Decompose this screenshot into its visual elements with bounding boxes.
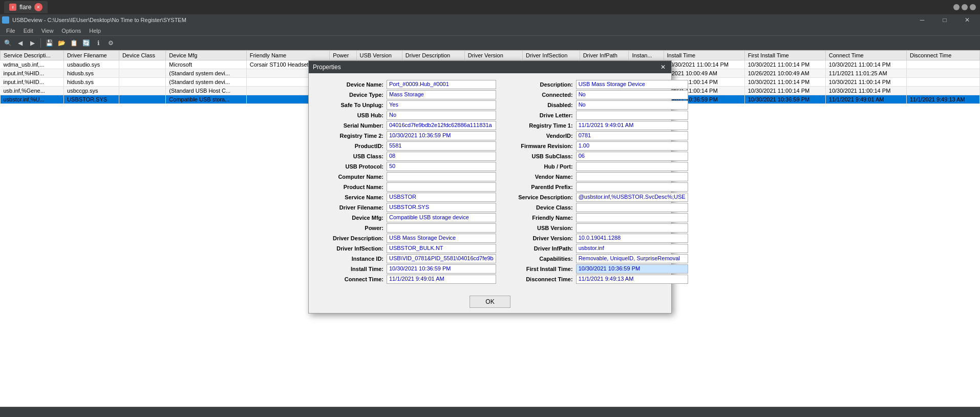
menu-file[interactable]: File	[2, 27, 19, 35]
value-serial-number[interactable]: 04016cd7fe9bdb2e12fdc62886a111831a	[387, 121, 496, 130]
label-usb-subclass: USB SubClass:	[506, 153, 573, 159]
title-bar-left: f flare ✕	[4, 1, 949, 13]
value-first-install-time[interactable]: 10/30/2021 10:36:59 PM	[576, 264, 688, 274]
label-hub-port: Hub / Port:	[506, 163, 573, 170]
value-driver-desc[interactable]: USB Mass Storage Device	[387, 234, 496, 243]
label-computer-name: Computer Name:	[317, 174, 384, 180]
label-usb-version: USB Version:	[506, 225, 573, 231]
prop-device-name: Device Name: Port_#0009.Hub_#0001	[317, 79, 496, 90]
value-capabilities[interactable]: Removable, UniqueID, SurpriseRemoval	[576, 254, 688, 263]
value-driver-infpath[interactable]: usbstor.inf	[576, 244, 688, 253]
value-usb-hub[interactable]: No	[387, 111, 496, 120]
props-right-col: Description: USB Mass Storage Device Con…	[506, 79, 688, 284]
value-registry-time2[interactable]: 10/30/2021 10:36:59 PM	[387, 131, 496, 140]
value-usb-subclass[interactable]: 06	[576, 152, 688, 161]
tab-close-button[interactable]: ✕	[34, 3, 42, 11]
value-usb-protocol[interactable]: 50	[387, 162, 496, 171]
window-title-bar: USBDeview - C:\Users\IEUser\Desktop\No T…	[0, 14, 980, 26]
menu-view[interactable]: View	[37, 27, 58, 35]
value-driver-version[interactable]: 10.0.19041.1288	[576, 234, 688, 243]
value-hub-port[interactable]	[576, 162, 688, 171]
value-driver-infsection[interactable]: USBSTOR_BULK.NT	[387, 244, 496, 253]
main-window: USBDeview - C:\Users\IEUser\Desktop\No T…	[0, 14, 980, 417]
toolbar-extra-btn[interactable]: ⚙	[105, 37, 116, 49]
label-safe-unplug: Safe To Unplug:	[317, 102, 384, 108]
label-device-type: Device Type:	[317, 92, 384, 98]
value-connect-time[interactable]: 11/1/2021 9:49:01 AM	[387, 275, 496, 284]
label-driver-desc: Driver Description:	[317, 235, 384, 241]
minimize-button[interactable]	[953, 4, 960, 10]
prop-friendly-name: Friendly Name:	[506, 213, 688, 223]
label-disabled: Disabled:	[506, 102, 573, 108]
win-maximize-btn[interactable]: □	[934, 14, 955, 26]
value-firmware-revision[interactable]: 1.00	[576, 141, 688, 151]
value-instance-id[interactable]: USB\VID_0781&PID_5581\04016cd7fe9b	[387, 254, 496, 263]
value-device-type[interactable]: Mass Storage	[387, 90, 496, 99]
value-usb-version[interactable]	[576, 223, 688, 233]
value-device-mfg[interactable]: Compatible USB storage device	[387, 213, 496, 222]
label-connect-time: Connect Time:	[317, 276, 384, 282]
value-disabled[interactable]: No	[576, 100, 688, 110]
value-install-time[interactable]: 10/30/2021 10:36:59 PM	[387, 264, 496, 274]
label-vendor-name: Vendor Name:	[506, 174, 573, 180]
value-device-class[interactable]	[576, 203, 688, 212]
value-vendor-name[interactable]	[576, 172, 688, 181]
dialog-title: Properties	[313, 64, 659, 71]
win-controls: ─ □ ✕	[911, 14, 978, 26]
prop-device-type: Device Type: Mass Storage	[317, 90, 496, 100]
value-driver-filename[interactable]: USBSTOR.SYS	[387, 203, 496, 212]
ok-button[interactable]: OK	[470, 296, 510, 308]
value-drive-letter[interactable]	[576, 111, 688, 120]
maximize-button[interactable]	[962, 4, 968, 10]
main-content: Service Descripti... Driver Filename Dev…	[0, 50, 980, 407]
prop-usb-protocol: USB Protocol: 50	[317, 161, 496, 172]
prop-registry-time1: Registry Time 1: 11/1/2021 9:49:01 AM	[506, 120, 688, 131]
toolbar-open-btn[interactable]: 📂	[56, 37, 67, 49]
toolbar-props-btn[interactable]: ℹ	[93, 37, 104, 49]
toolbar-search-btn[interactable]: 🔍	[2, 37, 13, 49]
close-button[interactable]	[970, 4, 976, 10]
app-tab[interactable]: f flare ✕	[4, 1, 48, 13]
toolbar-save-btn[interactable]: 💾	[44, 37, 55, 49]
prop-instance-id: Instance ID: USB\VID_0781&PID_5581\04016…	[317, 254, 496, 264]
value-vendor-id[interactable]: 0781	[576, 131, 688, 140]
value-service-name[interactable]: USBSTOR	[387, 193, 496, 202]
value-safe-unplug[interactable]: Yes	[387, 100, 496, 110]
value-disconnect-time[interactable]: 11/1/2021 9:49:13 AM	[576, 275, 688, 284]
value-parentid-prefix[interactable]	[576, 182, 688, 192]
prop-product-name: Product Name:	[317, 182, 496, 192]
value-connected[interactable]: No	[576, 90, 688, 99]
label-usb-class: USB Class:	[317, 153, 384, 159]
prop-parentid-prefix: ParentId Prefix:	[506, 182, 688, 192]
prop-connected: Connected: No	[506, 90, 688, 100]
win-minimize-btn[interactable]: ─	[911, 14, 933, 26]
label-device-mfg: Device Mfg:	[317, 215, 384, 221]
toolbar-forward-btn[interactable]: ▶	[27, 37, 38, 49]
value-usb-class[interactable]: 08	[387, 152, 496, 161]
value-description[interactable]: USB Mass Storage Device	[576, 80, 688, 89]
label-instance-id: Instance ID:	[317, 256, 384, 262]
dialog-close-button[interactable]: ✕	[659, 63, 667, 71]
value-power[interactable]	[387, 223, 496, 233]
value-computer-name[interactable]	[387, 172, 496, 181]
prop-device-class: Device Class:	[506, 202, 688, 213]
dialog-body: Device Name: Port_#0009.Hub_#0001 Device…	[309, 73, 671, 290]
menu-options[interactable]: Options	[57, 27, 85, 35]
value-friendly-name[interactable]	[576, 213, 688, 222]
toolbar-refresh-btn[interactable]: 🔄	[80, 37, 92, 49]
menu-edit[interactable]: Edit	[19, 27, 37, 35]
value-product-id[interactable]: 5581	[387, 141, 496, 151]
win-close-btn[interactable]: ✕	[956, 14, 978, 26]
value-registry-time1[interactable]: 11/1/2021 9:49:01 AM	[576, 121, 688, 130]
menu-help[interactable]: Help	[85, 27, 105, 35]
prop-safe-unplug: Safe To Unplug: Yes	[317, 100, 496, 110]
window-controls	[953, 4, 976, 10]
value-service-desc[interactable]: @usbstor.inf,%USBSTOR.SvcDesc%;USE	[576, 193, 688, 202]
label-product-name: Product Name:	[317, 184, 384, 190]
value-device-name[interactable]: Port_#0009.Hub_#0001	[387, 80, 496, 89]
label-product-id: ProductID:	[317, 143, 384, 149]
toolbar-copy-btn[interactable]: 📋	[68, 37, 79, 49]
label-parentid-prefix: ParentId Prefix:	[506, 184, 573, 190]
value-product-name[interactable]	[387, 182, 496, 192]
toolbar-back-btn[interactable]: ◀	[14, 37, 26, 49]
